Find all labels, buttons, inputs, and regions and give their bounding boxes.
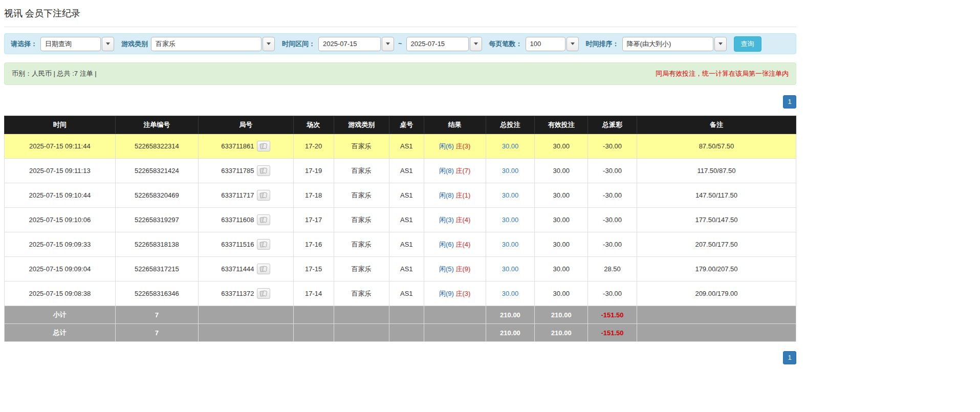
cards-replay-icon[interactable]	[257, 239, 270, 250]
cell-session: 17-18	[293, 183, 334, 208]
subtotal-valid-bet: 210.00	[535, 306, 588, 324]
page-button-1[interactable]: 1	[783, 95, 796, 109]
cell-game-type: 百家乐	[334, 257, 389, 281]
game-type-label: 游戏类别	[121, 39, 148, 49]
page-size-label: 每页笔数：	[489, 39, 522, 49]
cell-valid-bet: 30.00	[535, 134, 588, 159]
cell-total-bet: 30.00	[486, 183, 535, 208]
cards-replay-icon[interactable]	[257, 141, 270, 151]
cell-time: 2025-07-15 09:09:04	[5, 257, 116, 281]
result-player: 闲(8)	[439, 167, 454, 175]
cell-note: 179.00/207.50	[637, 257, 796, 281]
date-from-picker[interactable]	[318, 37, 394, 51]
cell-result: 闲(8) 庄(1)	[424, 183, 486, 208]
round-id-text: 633711516	[221, 241, 254, 248]
page-button-1[interactable]: 1	[783, 351, 796, 364]
cell-payout: 28.50	[588, 257, 637, 281]
cell-note: 209.00/179.00	[637, 281, 796, 306]
table-row: 2025-07-15 09:09:33 522658318138 6337115…	[5, 232, 796, 257]
total-bet-link[interactable]: 30.00	[502, 167, 519, 175]
cell-total-bet: 30.00	[486, 281, 535, 306]
cards-replay-icon[interactable]	[257, 288, 270, 299]
col-header-session: 场次	[293, 116, 334, 134]
total-bet-link[interactable]: 30.00	[502, 142, 519, 150]
cell-game-type: 百家乐	[334, 208, 389, 232]
col-header-round-id: 局号	[199, 116, 294, 134]
cell-valid-bet: 30.00	[535, 232, 588, 257]
chevron-down-icon[interactable]	[567, 37, 579, 51]
date-to-input[interactable]	[406, 37, 469, 51]
col-header-payout: 总派彩	[588, 116, 637, 134]
cell-note: 87.50/57.50	[637, 134, 796, 159]
cards-replay-icon[interactable]	[257, 165, 270, 176]
subtotal-count: 7	[115, 306, 198, 324]
subtotal-label: 小计	[5, 306, 116, 324]
total-bet-link[interactable]: 30.00	[502, 265, 519, 273]
table-row: 2025-07-15 09:11:13 522658321424 6337117…	[5, 159, 796, 183]
table-row: 2025-07-15 09:08:38 522658316346 6337113…	[5, 281, 796, 306]
total-bet-link[interactable]: 30.00	[502, 191, 519, 199]
cell-time: 2025-07-15 09:10:44	[5, 183, 116, 208]
chevron-down-icon[interactable]	[102, 37, 114, 51]
chevron-down-icon[interactable]	[382, 37, 394, 51]
date-from-input[interactable]	[318, 37, 381, 51]
cell-session: 17-16	[293, 232, 334, 257]
query-type-select[interactable]: 日期查询	[40, 37, 114, 51]
pagination-bottom: 1	[4, 351, 796, 364]
cell-payout: -30.00	[588, 183, 637, 208]
cell-total-bet: 30.00	[486, 257, 535, 281]
cell-game-type: 百家乐	[334, 281, 389, 306]
cell-round-id: 633711372	[199, 281, 294, 306]
cell-result: 闲(8) 庄(7)	[424, 159, 486, 183]
date-to-picker[interactable]	[406, 37, 482, 51]
page-size-input[interactable]	[526, 37, 565, 51]
game-type-select[interactable]: 百家乐	[151, 37, 275, 51]
cell-table-no: AS1	[389, 208, 424, 232]
cell-note: 177.50/147.50	[637, 208, 796, 232]
page-size-select[interactable]	[526, 37, 579, 51]
cell-table-no: AS1	[389, 159, 424, 183]
cards-replay-icon[interactable]	[257, 264, 270, 274]
pagination-top: 1	[4, 95, 796, 109]
cell-result: 闲(9) 庄(3)	[424, 281, 486, 306]
cell-game-type: 百家乐	[334, 183, 389, 208]
cell-time: 2025-07-15 09:10:06	[5, 208, 116, 232]
cell-result: 闲(5) 庄(9)	[424, 257, 486, 281]
page-header: 视讯 会员下注纪录	[4, 4, 796, 27]
total-bet-link[interactable]: 30.00	[502, 290, 519, 297]
total-label: 总计	[5, 324, 116, 342]
chevron-down-icon[interactable]	[263, 37, 275, 51]
result-banker: 庄(3)	[456, 142, 471, 150]
col-header-time: 时间	[5, 116, 116, 134]
cell-round-id: 633711717	[199, 183, 294, 208]
total-count: 7	[115, 324, 198, 342]
cell-payout: -30.00	[588, 208, 637, 232]
cell-bet-id: 522658320469	[115, 183, 198, 208]
cell-result: 闲(6) 庄(3)	[424, 134, 486, 159]
subtotal-total-bet: 210.00	[486, 306, 535, 324]
result-banker: 庄(1)	[456, 191, 471, 199]
cards-replay-icon[interactable]	[257, 214, 270, 225]
total-bet-link[interactable]: 30.00	[502, 216, 519, 224]
cell-bet-id: 522658317215	[115, 257, 198, 281]
cell-valid-bet: 30.00	[535, 281, 588, 306]
time-sort-select[interactable]: 降幂(由大到小)	[622, 37, 727, 51]
search-button[interactable]: 查询	[734, 36, 761, 52]
chevron-down-icon[interactable]	[714, 37, 727, 51]
cell-total-bet: 30.00	[486, 232, 535, 257]
date-range-label: 时间区间：	[282, 39, 315, 49]
cell-table-no: AS1	[389, 257, 424, 281]
table-body: 2025-07-15 09:11:44 522658322314 6337118…	[5, 134, 796, 306]
cards-replay-icon[interactable]	[257, 190, 270, 201]
chevron-down-icon[interactable]	[470, 37, 482, 51]
total-bet-link[interactable]: 30.00	[502, 241, 519, 248]
cell-round-id: 633711444	[199, 257, 294, 281]
query-type-label: 请选择：	[11, 39, 37, 49]
cell-note: 207.50/177.50	[637, 232, 796, 257]
result-player: 闲(3)	[439, 216, 454, 224]
filter-bar: 请选择： 日期查询 游戏类别 百家乐 时间区间： ~ 每页笔数： 时间排序： 降…	[4, 33, 796, 54]
cell-time: 2025-07-15 09:11:44	[5, 134, 116, 159]
round-id-text: 633711785	[221, 167, 254, 175]
cell-session: 17-19	[293, 159, 334, 183]
result-player: 闲(6)	[439, 142, 454, 150]
